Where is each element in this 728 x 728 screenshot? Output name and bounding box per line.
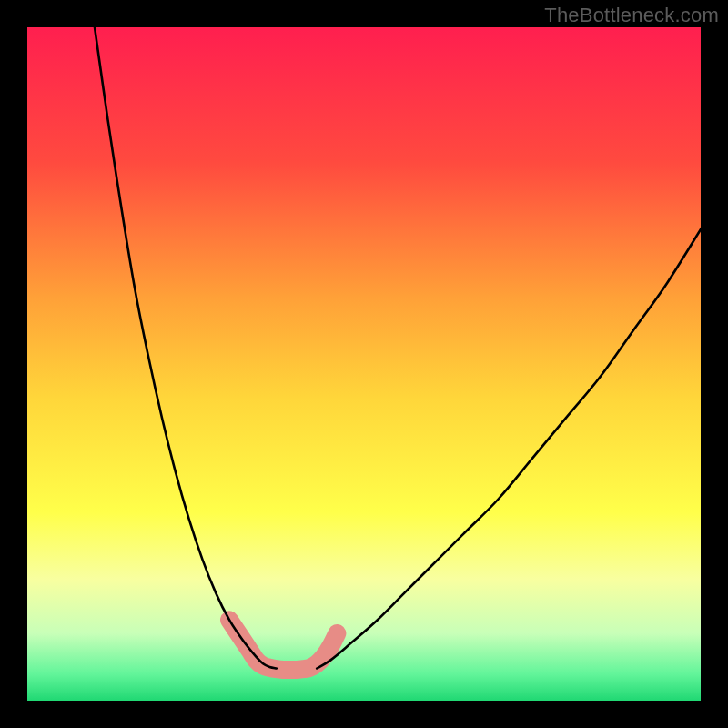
chart-frame: TheBottleneck.com [0,0,728,728]
bottleneck-chart [27,27,701,701]
watermark-text: TheBottleneck.com [544,4,719,27]
gradient-background [27,27,701,701]
